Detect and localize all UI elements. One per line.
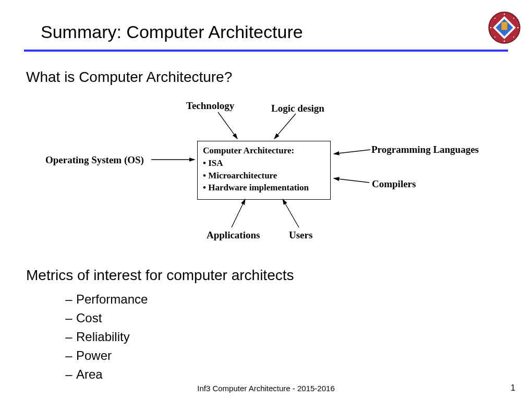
title-underline <box>24 50 508 52</box>
list-item: –Cost <box>62 309 148 328</box>
footer-text: Inf3 Computer Architecture - 2015-2016 <box>0 384 532 393</box>
list-item: –Power <box>62 346 148 365</box>
bullet-dash: – <box>62 309 76 328</box>
box-title: Computer Architecture: <box>203 144 325 157</box>
bullet-dash: – <box>62 290 76 309</box>
metric-label: Power <box>76 346 112 365</box>
metric-label: Performance <box>76 290 148 309</box>
svg-line-13 <box>274 114 296 139</box>
metric-label: Reliability <box>76 328 130 346</box>
svg-line-18 <box>283 199 299 227</box>
list-item: –Reliability <box>62 328 148 346</box>
svg-point-11 <box>513 37 514 38</box>
list-item: –Area <box>62 365 148 384</box>
box-item-isa: • ISA <box>203 157 325 170</box>
svg-point-6 <box>490 27 491 28</box>
svg-point-5 <box>504 41 505 42</box>
list-item: –Performance <box>62 290 148 309</box>
svg-point-8 <box>494 18 495 19</box>
metrics-list: –Performance –Cost –Reliability –Power –… <box>62 290 148 384</box>
slide: Summary: Computer Architecture What is C… <box>0 0 532 399</box>
svg-point-9 <box>513 18 514 19</box>
diagram-label-technology: Technology <box>186 100 234 112</box>
metric-label: Cost <box>76 309 102 328</box>
svg-point-10 <box>494 37 495 38</box>
svg-line-17 <box>232 199 245 227</box>
page-number: 1 <box>511 383 515 393</box>
svg-point-7 <box>517 27 518 28</box>
university-crest-icon <box>488 11 521 44</box>
section-heading-1: What is Computer Architecture? <box>26 69 232 86</box>
svg-line-12 <box>218 112 237 139</box>
bullet-dash: – <box>62 346 76 365</box>
diagram-center-box: Computer Architecture: • ISA • Microarch… <box>197 141 331 200</box>
box-item-hardware: • Hardware implementation <box>203 182 325 194</box>
diagram-label-applications: Applications <box>207 229 260 241</box>
box-item-microarch: • Microarchitecture <box>203 170 325 182</box>
diagram-label-logic-design: Logic design <box>271 103 324 114</box>
bullet-dash: – <box>62 328 76 346</box>
metric-label: Area <box>76 365 103 384</box>
svg-line-15 <box>334 150 370 154</box>
diagram-label-compilers: Compilers <box>372 178 416 190</box>
diagram-label-users: Users <box>289 229 312 241</box>
slide-title: Summary: Computer Architecture <box>41 22 303 42</box>
diagram-label-os: Operating System (OS) <box>45 154 144 166</box>
svg-line-16 <box>334 178 369 183</box>
svg-rect-3 <box>501 22 507 30</box>
bullet-dash: – <box>62 365 76 384</box>
diagram-label-languages: Programming Languages <box>371 144 479 155</box>
svg-point-4 <box>504 14 505 15</box>
section-heading-2: Metrics of interest for computer archite… <box>26 267 294 284</box>
